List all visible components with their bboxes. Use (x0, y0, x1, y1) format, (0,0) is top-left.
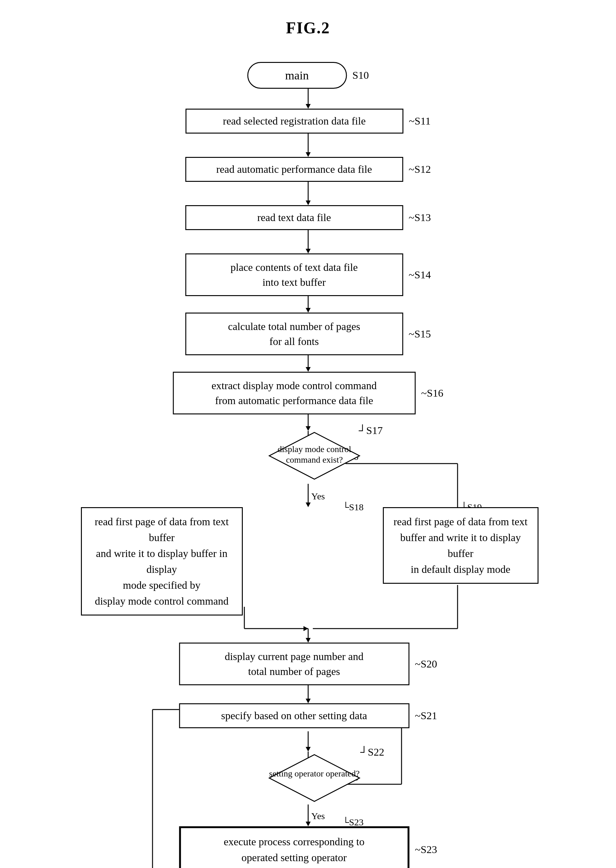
page-title: FIG.2 (0, 0, 616, 56)
s17-step-id: ┘S17 (359, 425, 383, 437)
s22-step-id: ┘S22 (360, 746, 384, 758)
s11-label: read selected registration data file (185, 108, 403, 134)
s23-node: execute process corresponding tooperated… (179, 826, 437, 868)
s14-label: place contents of text data fileinto tex… (185, 253, 403, 296)
s17-diamond-svg: display mode control command exist? (268, 431, 361, 481)
s10-step-id: S10 (352, 69, 369, 81)
s19-node: read first page of data from textbuffer … (383, 507, 539, 584)
s16-label: extract display mode control commandfrom… (173, 372, 416, 414)
s16-step-id: ~S16 (421, 387, 443, 399)
s22-diamond-svg: setting operator operated? (268, 753, 361, 803)
s20-step-id: ~S20 (415, 658, 437, 670)
s16-node: extract display mode control commandfrom… (173, 372, 443, 414)
s21-step-id: ~S21 (415, 710, 437, 722)
svg-text:display mode control: display mode control (277, 444, 351, 454)
flowchart: Yes └S18 No └S19 Yes (28, 56, 588, 868)
svg-text:command exist?: command exist? (286, 455, 343, 464)
svg-text:setting operator operated?: setting operator operated? (269, 769, 360, 778)
s18-node: read first page of data from text buffer… (81, 507, 243, 615)
s13-label: read text data file (185, 205, 403, 230)
s14-step-id: ~S14 (409, 269, 431, 281)
s20-node: display current page number andtotal num… (179, 643, 437, 685)
s15-node: calculate total number of pagesfor all f… (185, 313, 431, 355)
s15-step-id: ~S15 (409, 328, 431, 340)
s20-label: display current page number andtotal num… (179, 643, 409, 685)
s21-label: specify based on other setting data (179, 703, 409, 728)
s15-label: calculate total number of pagesfor all f… (185, 313, 403, 355)
s10-label: main (247, 62, 347, 89)
s23-label: execute process corresponding tooperated… (179, 826, 409, 868)
s12-label: read automatic performance data file (185, 157, 403, 182)
s10-node: main S10 (247, 62, 369, 89)
s14-node: place contents of text data fileinto tex… (185, 253, 431, 296)
s17-node: display mode control command exist? ┘S17 (268, 431, 349, 475)
s22-node: setting operator operated? ┘S22 (268, 753, 349, 797)
s13-step-id: ~S13 (409, 212, 431, 223)
s11-step-id: ~S11 (409, 115, 431, 127)
s11-node: read selected registration data file ~S1… (185, 108, 431, 134)
s19-label: read first page of data from textbuffer … (383, 507, 539, 584)
s23-step-id: ~S23 (415, 844, 437, 855)
s18-label: read first page of data from text buffer… (81, 507, 243, 615)
s12-node: read automatic performance data file ~S1… (185, 157, 431, 182)
s13-node: read text data file ~S13 (185, 205, 431, 230)
s12-step-id: ~S12 (409, 164, 431, 175)
s21-node: specify based on other setting data ~S21 (179, 703, 437, 728)
